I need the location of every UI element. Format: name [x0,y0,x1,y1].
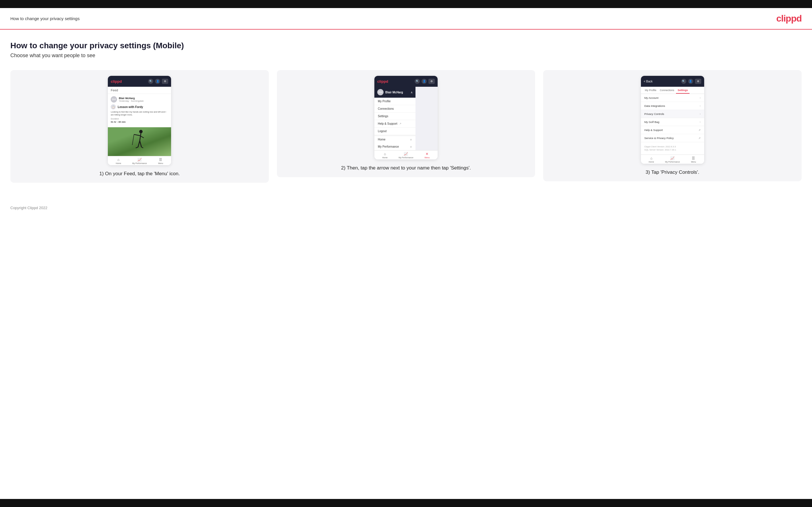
tab-connections[interactable]: Connections [658,87,676,94]
step2-dropdown-area: BM Blair McHarg ∧ My Profile Connections… [374,87,438,150]
svg-line-6 [136,147,138,148]
section-performance[interactable]: My Performance ∨ [374,143,415,150]
external-link-icon-help: ↗ [699,129,701,131]
menu-icon: ☰ [159,158,162,162]
top-bar [0,0,812,8]
external-link-icon: ↗ [399,122,401,125]
settings-item-golf-bag[interactable]: My Golf Bag › [641,118,704,126]
search-icon: 🔍 [148,79,153,84]
menu-label-3: Menu [691,161,696,163]
performance-label: My Performance [132,162,147,164]
step1-bottom-nav: ⌂ Home 📈 My Performance ☰ Menu [108,156,171,165]
home-label-3: Home [649,161,654,163]
profile-icon: 👤 [155,79,160,84]
home-icon-2: ⌂ [384,152,386,156]
chevron-right-icon-data: › [700,104,701,107]
lesson-desc: Looking to feel like my hands are exitin… [111,111,168,116]
step1-phone: clippd 🔍 👤 ⚙ Feed BM Blair McHarg [108,76,171,165]
feed-user-sub: Yesterday · Sunningdale [119,100,144,102]
settings-item-account[interactable]: My Account › [641,94,704,102]
copyright-text: Copyright Clippd 2022 [10,206,47,210]
chevron-down-icon-2: ∨ [410,145,412,148]
step1-description: 1) On your Feed, tap the 'Menu' icon. [100,170,180,177]
home-nav-item-2: ⌂ Home [374,152,395,159]
home-nav-item: ⌂ Home [108,158,129,164]
chevron-down-icon: ∨ [410,138,412,141]
settings-icon: ⚙ [162,79,168,84]
step3-description: 3) Tap 'Privacy Controls'. [646,169,699,176]
settings-tabs: My Profile Connections Settings [641,87,704,94]
search-icon-2: 🔍 [415,79,420,84]
performance-icon-2: 📈 [404,152,408,156]
menu-nav-item: ☰ Menu [150,158,171,164]
home-icon: ⌂ [117,158,119,162]
back-link[interactable]: < Back [644,80,653,83]
step-1-card: clippd 🔍 👤 ⚙ Feed BM Blair McHarg [10,70,269,183]
dropdown-section: Home ∨ My Performance ∨ [374,135,415,150]
performance-nav-item-2: 📈 My Performance [395,152,416,159]
golfer-silhouette [132,129,148,154]
step2-bg-panel [413,87,438,150]
version-info: Clippd Client Version: 2022.8.3-3 GQL Se… [641,142,704,155]
settings-list: My Account › Data Integrations › Privacy… [641,94,704,142]
step3-bottom-nav: ⌂ Home 📈 My Performance ☰ Menu [641,155,704,164]
step3-nav-icons: 🔍 👤 ⚙ [681,79,701,84]
feed-user-name: Blair McHarg [119,97,144,100]
home-icon-3: ⌂ [650,156,652,160]
golf-image [108,127,171,156]
step2-phone: clippd 🔍 👤 ⚙ BM Blair McHarg [374,76,438,159]
performance-label-2: My Performance [399,157,413,159]
lesson-row: 📋 Lesson with Fordy [111,104,168,109]
performance-label-3: My Performance [665,161,680,163]
menu-icon-3: ☰ [692,156,695,160]
profile-icon-2: 👤 [421,79,427,84]
menu-close-item: ✕ Menu [417,152,438,159]
menu-item-help[interactable]: Help & Support ↗ [374,120,415,127]
settings-item-service[interactable]: Service & Privacy Policy ↗ [641,134,704,142]
svg-line-5 [140,141,142,147]
lesson-title: Lesson with Fordy [117,105,143,109]
menu-item-settings[interactable]: Settings [374,113,415,120]
dropdown-avatar: BM [377,89,384,95]
step2-logo: clippd [377,79,388,83]
page-title: How to change your privacy settings (Mob… [10,41,802,50]
home-label-2: Home [382,157,388,159]
settings-item-privacy[interactable]: Privacy Controls › [641,110,704,118]
step-3-card: < Back 🔍 👤 ⚙ My Profile Connections Sett… [543,70,802,181]
step-2-card: clippd 🔍 👤 ⚙ BM Blair McHarg [277,70,536,177]
header-title: How to change your privacy settings [10,16,80,21]
steps-container: clippd 🔍 👤 ⚙ Feed BM Blair McHarg [10,70,802,183]
search-icon-3: 🔍 [681,79,687,84]
chevron-right-icon-privacy: › [700,112,701,115]
menu-item-profile[interactable]: My Profile [374,98,415,105]
performance-nav-item: 📈 My Performance [129,158,150,164]
close-icon: ✕ [425,152,428,156]
chevron-right-icon-golf: › [700,120,701,123]
menu-item-connections[interactable]: Connections [374,105,415,113]
menu-label-2: Menu [425,157,430,159]
step2-phone-nav: clippd 🔍 👤 ⚙ [374,76,438,87]
duration-value: 01 hr : 30 min [111,121,168,123]
settings-item-help[interactable]: Help & Support ↗ [641,126,704,134]
settings-icon-3: ⚙ [695,79,701,84]
tab-my-profile[interactable]: My Profile [643,87,658,94]
step1-logo: clippd [111,79,121,83]
step2-description: 2) Then, tap the arrow next to your name… [341,165,471,171]
lesson-icon: 📋 [111,104,116,109]
svg-line-4 [138,141,140,147]
svg-line-8 [132,134,134,145]
feed-post: BM Blair McHarg Yesterday · Sunningdale … [108,94,171,127]
settings-item-data[interactable]: Data Integrations › [641,102,704,110]
page-subtitle: Choose what you want people to see [10,53,802,59]
main-content: How to change your privacy settings (Mob… [0,30,812,194]
menu-item-logout[interactable]: Logout [374,127,415,135]
version-line-1: Clippd Client Version: 2022.8.3-3 [644,145,701,148]
section-home[interactable]: Home ∨ [374,136,415,143]
tab-settings[interactable]: Settings [676,87,690,94]
svg-line-2 [134,134,140,135]
step2-bottom-nav: ⌂ Home 📈 My Performance ✕ Menu [374,150,438,159]
chevron-up-icon: ∧ [411,91,413,94]
dropdown-username: Blair McHarg [385,91,403,94]
home-label: Home [116,162,121,164]
step1-phone-nav: clippd 🔍 👤 ⚙ [108,76,171,87]
